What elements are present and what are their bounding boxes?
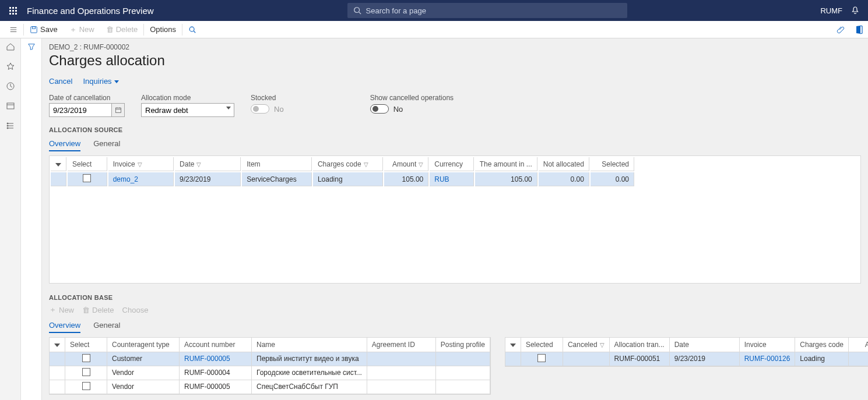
col-base-select[interactable]: Select bbox=[65, 338, 107, 352]
tab-base-overview[interactable]: Overview bbox=[49, 318, 80, 333]
col-agreement-id[interactable]: Agreement ID bbox=[367, 338, 435, 352]
row-checkbox[interactable] bbox=[83, 174, 91, 182]
svg-point-7 bbox=[189, 27, 194, 31]
nav-toggle-icon[interactable] bbox=[3, 21, 23, 38]
col-alloc-date[interactable]: Date bbox=[669, 338, 739, 352]
filter-icon[interactable] bbox=[26, 41, 37, 52]
base-row[interactable]: Vendor RUMF-000004 Городские осветительн… bbox=[50, 366, 490, 380]
save-button[interactable]: Save bbox=[24, 21, 64, 38]
col-canceled[interactable]: Canceled▽ bbox=[563, 338, 609, 352]
svg-rect-10 bbox=[7, 103, 14, 109]
col-selected[interactable]: Selected bbox=[591, 157, 634, 171]
filter-panel-strip bbox=[21, 38, 42, 400]
col-alloc-invoice[interactable]: Invoice bbox=[739, 338, 795, 352]
attach-icon[interactable] bbox=[834, 23, 848, 37]
account-link[interactable]: RUMF-000005 bbox=[184, 355, 230, 363]
col-item[interactable]: Item bbox=[242, 157, 312, 171]
allocation-source-title: ALLOCATION SOURCE bbox=[49, 126, 861, 133]
svg-point-17 bbox=[7, 128, 8, 129]
alloc-row[interactable]: RUMF-000051 9/23/2019 RUMF-000126 Loadin… bbox=[505, 352, 868, 366]
office-icon[interactable] bbox=[852, 23, 866, 37]
svg-point-0 bbox=[354, 8, 359, 13]
col-alloc-amount[interactable]: Amount bbox=[849, 338, 868, 352]
allocation-mode-select[interactable] bbox=[141, 103, 234, 117]
page-title: Charges allocation bbox=[49, 52, 861, 69]
calendar-icon[interactable] bbox=[111, 104, 124, 116]
app-top-bar: Finance and Operations Preview Search fo… bbox=[0, 0, 868, 21]
col-not-allocated[interactable]: Not allocated bbox=[539, 157, 589, 171]
show-cancelled-label: Show cancelled operations bbox=[370, 94, 454, 102]
col-amount[interactable]: Amount▽ bbox=[384, 157, 428, 171]
col-counteragent-type[interactable]: Counteragent type bbox=[107, 338, 180, 352]
plus-icon: ＋ bbox=[49, 305, 57, 315]
global-search[interactable]: Search for a page bbox=[347, 3, 627, 18]
col-select[interactable]: Select bbox=[68, 157, 107, 171]
plus-icon: ＋ bbox=[69, 24, 77, 35]
base-choose-button: Choose bbox=[122, 305, 149, 315]
svg-rect-5 bbox=[31, 26, 37, 33]
trash-icon: 🗑 bbox=[82, 306, 90, 314]
col-account-number[interactable]: Account number bbox=[180, 338, 252, 352]
home-icon[interactable] bbox=[5, 41, 16, 52]
show-cancelled-toggle[interactable]: No bbox=[370, 104, 454, 114]
source-grid: Select Invoice▽ Date▽ Item Charges code▽… bbox=[49, 155, 861, 284]
user-name[interactable]: RUMF bbox=[820, 6, 842, 15]
source-tabs: Overview General bbox=[49, 137, 861, 152]
col-currency[interactable]: Currency bbox=[430, 157, 474, 171]
col-charges[interactable]: Charges code▽ bbox=[313, 157, 383, 171]
row-marker-header[interactable] bbox=[50, 338, 65, 352]
date-of-cancellation-label: Date of cancellation bbox=[49, 94, 125, 102]
tab-source-overview[interactable]: Overview bbox=[49, 137, 80, 151]
svg-point-16 bbox=[7, 125, 8, 126]
source-row[interactable]: demo_2 9/23/2019 ServiceCharges Loading … bbox=[51, 172, 634, 186]
row-checkbox[interactable] bbox=[82, 368, 90, 376]
tab-source-general[interactable]: General bbox=[93, 137, 120, 151]
workspaces-icon[interactable] bbox=[5, 100, 16, 112]
row-marker-header[interactable] bbox=[505, 338, 521, 352]
col-selected[interactable]: Selected bbox=[521, 338, 563, 352]
svg-point-15 bbox=[7, 123, 8, 124]
col-amount-in[interactable]: The amount in ... bbox=[475, 157, 537, 171]
inquiries-menu[interactable]: Inquiries bbox=[83, 77, 118, 86]
cancel-link[interactable]: Cancel bbox=[49, 77, 72, 86]
base-row[interactable]: Vendor RUMF-000005 СпецСветСнабСбыт ГУП bbox=[50, 380, 490, 394]
find-button[interactable] bbox=[182, 21, 202, 38]
base-new-button: ＋New bbox=[49, 305, 74, 315]
nav-rail bbox=[0, 38, 21, 400]
chevron-down-icon[interactable] bbox=[226, 107, 231, 109]
search-placeholder: Search for a page bbox=[366, 6, 426, 15]
col-invoice[interactable]: Invoice▽ bbox=[108, 157, 174, 171]
invoice-link[interactable]: demo_2 bbox=[113, 175, 138, 183]
base-delete-button: 🗑Delete bbox=[82, 305, 114, 315]
new-button: ＋ New bbox=[64, 21, 100, 38]
currency-link[interactable]: RUB bbox=[434, 175, 449, 183]
col-date[interactable]: Date▽ bbox=[175, 157, 241, 171]
svg-line-8 bbox=[194, 31, 195, 33]
row-marker-header[interactable] bbox=[51, 157, 66, 171]
col-alloc-trans[interactable]: Allocation tran... bbox=[609, 338, 669, 352]
base-tabs: Overview General bbox=[49, 318, 861, 334]
row-checkbox[interactable] bbox=[537, 354, 546, 362]
svg-rect-18 bbox=[115, 108, 121, 112]
base-row[interactable]: Customer RUMF-000005 Первый институт вид… bbox=[50, 352, 490, 366]
options-button[interactable]: Options bbox=[144, 21, 182, 38]
notifications-icon[interactable] bbox=[849, 5, 861, 16]
row-checkbox[interactable] bbox=[82, 382, 90, 390]
app-launcher-icon[interactable] bbox=[2, 0, 23, 21]
base-grid: Select Counteragent type Account number … bbox=[49, 337, 491, 395]
modules-icon[interactable] bbox=[5, 120, 16, 132]
action-toolbar: Save ＋ New 🗑 Delete Options bbox=[0, 21, 868, 38]
col-name[interactable]: Name bbox=[252, 338, 367, 352]
stocked-label: Stocked bbox=[251, 94, 284, 102]
allocation-base-title: ALLOCATION BASE bbox=[49, 294, 861, 301]
invoice-link[interactable]: RUMF-000126 bbox=[744, 355, 790, 363]
svg-rect-6 bbox=[32, 26, 35, 29]
col-alloc-charges[interactable]: Charges code bbox=[795, 338, 849, 352]
tab-base-general[interactable]: General bbox=[93, 318, 120, 333]
allocation-mode-label: Allocation mode bbox=[141, 94, 234, 102]
svg-line-1 bbox=[359, 12, 361, 15]
recent-icon[interactable] bbox=[5, 80, 16, 92]
col-posting-profile[interactable]: Posting profile bbox=[435, 338, 490, 352]
row-checkbox[interactable] bbox=[82, 354, 90, 362]
favorite-icon[interactable] bbox=[5, 61, 16, 72]
